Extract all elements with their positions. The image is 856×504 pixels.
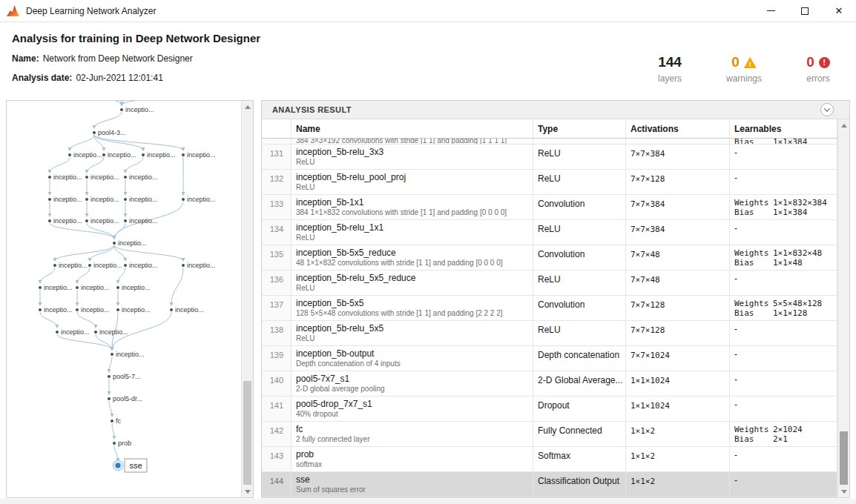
diagram-node[interactable]: inceptio... bbox=[56, 328, 90, 336]
table-row[interactable]: 136inception_5b-relu_5x5_reduceReLUReLU7… bbox=[262, 271, 837, 296]
layer-learnables: - bbox=[730, 220, 837, 245]
layer-activations: 7×7×48 bbox=[626, 245, 730, 270]
diagram-scrollbar[interactable] bbox=[241, 101, 253, 497]
diagram-node[interactable]: inceptio... bbox=[53, 262, 88, 269]
diagram-node-label: inceptio... bbox=[187, 196, 216, 203]
table-row[interactable]: 131inception_5b-relu_3x3ReLUReLU7×7×384- bbox=[262, 145, 837, 170]
table-scrollbar[interactable] bbox=[837, 119, 849, 497]
diagram-node[interactable]: inceptio... bbox=[48, 196, 82, 203]
diagram-node-label: sse bbox=[129, 461, 142, 470]
row-number: 141 bbox=[262, 397, 292, 421]
diagram-node[interactable]: pool5-dr... bbox=[108, 395, 142, 402]
layer-description: ReLU bbox=[296, 233, 528, 242]
close-button[interactable]: ✕ bbox=[822, 0, 856, 22]
table-scrollbar-thumb[interactable] bbox=[840, 431, 848, 485]
layer-name: inception_5b-relu_3x3 bbox=[296, 147, 528, 158]
diagram-node[interactable]: inceptio... bbox=[142, 151, 176, 159]
scroll-down-icon[interactable] bbox=[242, 485, 253, 497]
diagram-node[interactable]: inceptio... bbox=[124, 173, 158, 181]
diagram-node-label: inceptio... bbox=[53, 173, 82, 181]
diagram-edge bbox=[94, 135, 183, 150]
column-header-type[interactable]: Type bbox=[533, 119, 626, 138]
diagram-node-label: inceptio... bbox=[93, 262, 122, 269]
diagram-node[interactable]: pool5-7... bbox=[108, 373, 141, 380]
table-row[interactable]: 140pool5-7x7_s12-D global average poolin… bbox=[262, 371, 837, 397]
scroll-up-icon[interactable] bbox=[242, 101, 253, 113]
diagram-node[interactable]: inceptio... bbox=[182, 262, 216, 269]
table-row-partial[interactable]: 384 3×3×192 convolutions with stride [1 … bbox=[262, 139, 837, 145]
diagram-node-label: inceptio... bbox=[122, 284, 151, 291]
row-number: 136 bbox=[262, 271, 292, 295]
diagram-node[interactable]: inceptio... bbox=[48, 217, 82, 225]
layer-description: ReLU bbox=[296, 158, 528, 167]
diagram-node[interactable]: pool4-3... bbox=[93, 129, 126, 136]
diagram-node[interactable]: inceptio... bbox=[76, 306, 110, 314]
diagram-node[interactable]: inceptio... bbox=[111, 351, 145, 358]
diagram-node[interactable]: inceptio... bbox=[120, 106, 154, 113]
diagram-node[interactable]: inceptio... bbox=[182, 196, 216, 203]
table-row[interactable]: 135inception_5b-5x5_reduce48 1×1×832 con… bbox=[262, 245, 837, 271]
diagram-edge bbox=[87, 157, 104, 173]
table-row[interactable]: 141pool5-drop_7x7_s140% dropoutDropout1×… bbox=[262, 397, 837, 422]
column-header-name[interactable]: Name bbox=[292, 119, 533, 138]
row-number: 139 bbox=[262, 346, 292, 371]
diagram-node[interactable]: inceptio... bbox=[116, 306, 151, 314]
diagram-node[interactable]: inceptio... bbox=[94, 328, 128, 336]
scroll-up-icon[interactable] bbox=[838, 119, 849, 131]
window-titlebar: Deep Learning Network Analyzer ✕ bbox=[0, 0, 856, 22]
row-number: 132 bbox=[262, 170, 292, 194]
diagram-node[interactable]: inceptio... bbox=[39, 306, 73, 314]
diagram-node[interactable]: inceptio... bbox=[116, 284, 151, 291]
layer-learnables: - bbox=[730, 397, 837, 421]
diagram-node[interactable]: inceptio... bbox=[170, 306, 204, 314]
diagram-node[interactable]: inceptio... bbox=[85, 196, 119, 203]
row-number: 142 bbox=[262, 422, 292, 446]
diagram-node[interactable]: inceptio... bbox=[124, 196, 158, 203]
table-row[interactable]: 143probsoftmaxSoftmax1×1×2- bbox=[262, 447, 837, 472]
diagram-node[interactable]: inceptio... bbox=[39, 284, 73, 291]
diagram-node-label: inceptio... bbox=[53, 217, 82, 225]
table-row[interactable]: 133inception_5b-1x1384 1×1×832 convoluti… bbox=[262, 195, 837, 220]
table-row[interactable]: 134inception_5b-relu_1x1ReLUReLU7×7×384- bbox=[262, 220, 837, 245]
table-row[interactable]: 137inception_5b-5x5128 5×5×48 convolutio… bbox=[262, 296, 837, 321]
diagram-node[interactable]: inceptio... bbox=[85, 217, 119, 225]
table-row[interactable]: 132inception_5b-relu_pool_projReLUReLU7×… bbox=[262, 170, 837, 195]
layer-learnables: Weights5×5×48×128Bias1×1×128 bbox=[730, 296, 837, 320]
diagram-node[interactable]: inceptio... bbox=[124, 217, 158, 225]
maximize-button[interactable] bbox=[788, 0, 822, 22]
diagram-node[interactable]: inceptio... bbox=[88, 262, 122, 269]
diagram-node[interactable]: inceptio... bbox=[102, 151, 136, 159]
diagram-node-label: inceptio... bbox=[116, 351, 145, 358]
layer-description: 2 fully connected layer bbox=[296, 435, 528, 444]
layer-activations: 7×7×128 bbox=[626, 170, 730, 194]
diagram-scrollbar-thumb[interactable] bbox=[243, 381, 251, 485]
table-row[interactable]: 144sseSum of squares errorClassification… bbox=[262, 472, 837, 497]
diagram-node[interactable]: inceptio... bbox=[48, 173, 82, 181]
diagram-node-label: pool5-dr... bbox=[113, 395, 142, 402]
no-learnables: - bbox=[734, 147, 737, 158]
diagram-node[interactable]: inceptio... bbox=[85, 173, 119, 181]
table-row[interactable]: 139inception_5b-outputDepth concatenatio… bbox=[262, 346, 837, 371]
row-number: 144 bbox=[262, 472, 292, 497]
layer-type: Classification Output bbox=[533, 472, 626, 497]
column-header-learnables[interactable]: Learnables bbox=[730, 119, 837, 138]
layer-description: 2-D global average pooling bbox=[296, 385, 528, 394]
scroll-down-icon[interactable] bbox=[838, 485, 849, 497]
diagram-edge bbox=[118, 268, 125, 283]
diagram-node[interactable]: inceptio... bbox=[76, 284, 110, 291]
diagram-node[interactable]: prob bbox=[113, 440, 131, 447]
table-row[interactable]: 138inception_5b-relu_5x5ReLUReLU7×7×128- bbox=[262, 321, 837, 346]
diagram-edge bbox=[109, 401, 112, 417]
layer-name: inception_5b-1x1 bbox=[296, 197, 528, 208]
diagram-node[interactable]: inceptio... bbox=[124, 262, 158, 269]
collapse-button[interactable] bbox=[820, 103, 834, 116]
diagram-edge bbox=[171, 268, 183, 305]
diagram-node[interactable]: inceptio... bbox=[68, 151, 102, 159]
diagram-node[interactable]: inceptio... bbox=[113, 239, 147, 247]
minimize-button[interactable] bbox=[754, 0, 788, 22]
table-row[interactable]: 142fc2 fully connected layerFully Connec… bbox=[262, 422, 837, 447]
column-header-activations[interactable]: Activations bbox=[626, 119, 730, 138]
diagram-node[interactable]: inceptio... bbox=[182, 151, 216, 159]
network-diagram-svg: inceptio...pool4-3...inceptio...inceptio… bbox=[7, 101, 241, 497]
diagram-node[interactable]: sse bbox=[113, 459, 147, 472]
